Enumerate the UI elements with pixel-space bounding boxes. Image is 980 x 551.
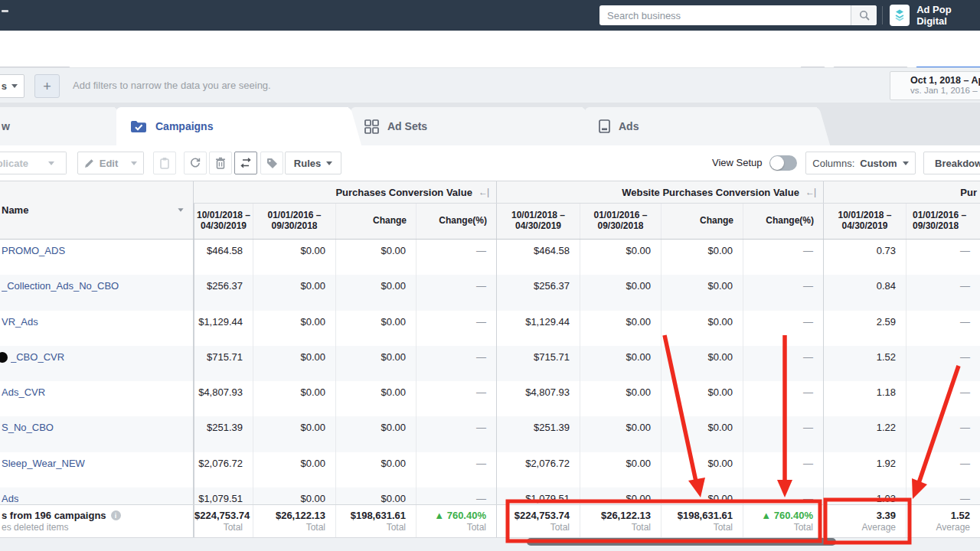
columns-dropdown[interactable]: Columns:Custom <box>805 152 916 174</box>
business-search <box>599 5 877 25</box>
add-filter-button[interactable]: + <box>34 74 60 98</box>
campaign-row[interactable]: Ads $1,079.51 $0.00 $0.00 — $1,079.51 $0… <box>0 487 980 504</box>
column-header-current-period[interactable]: 10/01/2018 –04/30/2019 <box>496 204 580 239</box>
edit-caret-button[interactable] <box>124 152 144 174</box>
edit-button[interactable]: Edit <box>77 152 125 174</box>
cell-wpcv-change-pct: — <box>743 487 823 504</box>
tab-ads-label: Ads <box>619 120 639 132</box>
total-cell: $224,753.74 Total <box>194 505 253 538</box>
date-range-compare: vs. Jan 1, 2016 – S <box>910 86 980 95</box>
breakdown-dropdown[interactable]: Breakdown <box>923 152 980 174</box>
totals-row: s from 196 campaigns es deleted items $2… <box>0 504 980 538</box>
account-switcher[interactable]: Ad Pop Digital <box>890 5 980 26</box>
cell-pcv-previous: $0.00 <box>253 311 335 346</box>
group-header-website-purchases-conversion-value[interactable]: Website Purchases Conversion Value←| <box>496 181 823 203</box>
cell-pcv-previous: $0.00 <box>253 240 335 275</box>
cell-pcv-change-pct: — <box>416 275 496 310</box>
paste-button[interactable] <box>153 152 176 174</box>
campaign-row[interactable]: VR_Ads $1,129.44 $0.00 $0.00 — $1,129.44… <box>0 311 980 346</box>
campaign-name-cell: S_No_CBO <box>0 416 194 452</box>
account-logo-icon <box>893 8 906 22</box>
revert-button[interactable] <box>184 152 207 174</box>
column-header-change[interactable]: Change <box>661 204 743 239</box>
filter-placeholder-text[interactable]: Add filters to narrow the data you are s… <box>73 80 271 91</box>
trash-icon <box>215 157 226 169</box>
filter-preset-dropdown[interactable]: s <box>0 74 24 98</box>
campaign-name-link[interactable]: Sleep_Wear_NEW <box>2 458 85 469</box>
search-input[interactable] <box>599 5 851 25</box>
cell-pcv-change-pct: — <box>416 240 496 275</box>
action-bar: 1 Campaign With Errors Updated just now … <box>0 31 980 67</box>
tab-account-overview[interactable]: w <box>0 107 115 145</box>
campaign-row[interactable]: Sleep_Wear_NEW $2,076.72 $0.00 $0.00 — $… <box>0 452 980 487</box>
campaign-name-link[interactable]: PROMO_ADS <box>2 245 65 256</box>
column-header-name[interactable]: Name <box>0 181 194 239</box>
cell-pcv-previous: $0.00 <box>253 381 335 416</box>
campaign-name-link[interactable]: VR_Ads <box>2 316 38 328</box>
cell-pcv-change-pct: — <box>416 311 496 346</box>
rules-dropdown[interactable]: Rules <box>285 152 341 174</box>
cell-roas-current: 1.03 <box>823 487 906 504</box>
view-setup-label: View Setup <box>712 157 763 168</box>
campaign-row[interactable]: _CBO_CVR $715.71 $0.00 $0.00 — $715.71 $… <box>0 346 980 381</box>
tab-ads[interactable]: Ads <box>585 107 817 145</box>
column-header-change-pct[interactable]: Change(%) <box>416 204 496 239</box>
cell-roas-previous: — <box>906 416 980 452</box>
sort-caret-icon[interactable] <box>178 208 183 212</box>
tab-ad-sets[interactable]: Ad Sets <box>351 107 583 145</box>
tag-button[interactable] <box>260 152 283 174</box>
campaign-row[interactable]: Ads_CVR $4,807.93 $0.00 $0.00 — $4,807.9… <box>0 381 980 416</box>
collapse-column-icon[interactable]: ←| <box>479 187 488 197</box>
column-header-previous-period[interactable]: 01/01/2016 –09/30/2018 <box>253 204 335 239</box>
cell-wpcv-previous: $0.00 <box>580 240 661 275</box>
cell-wpcv-previous: $0.00 <box>580 381 661 416</box>
campaign-name-link[interactable]: Ads_CVR <box>2 386 45 398</box>
search-icon <box>859 10 870 21</box>
tab-campaigns[interactable]: Campaigns <box>116 107 348 145</box>
delete-button[interactable] <box>209 152 232 174</box>
group-header-purchases-roas[interactable]: Pur <box>823 181 980 203</box>
duplicate-caret-button[interactable] <box>36 152 67 174</box>
cell-pcv-current: $1,079.51 <box>194 487 253 504</box>
search-button[interactable] <box>851 5 877 25</box>
cell-pcv-change: $0.00 <box>335 381 416 416</box>
ads-manager-screen: { "navbar": { "search_placeholder": "Sea… <box>0 0 980 551</box>
column-header-change[interactable]: Change <box>335 204 416 239</box>
cell-pcv-current: $4,807.93 <box>194 381 253 416</box>
campaign-name-link[interactable]: S_No_CBO <box>2 422 54 433</box>
info-icon[interactable] <box>111 510 121 520</box>
tab-adsets-label: Ad Sets <box>387 120 427 132</box>
column-header-current-period[interactable]: 10/01/2018 –04/30/2019 <box>823 204 906 239</box>
cell-pcv-change-pct: — <box>416 381 496 416</box>
campaign-name-link[interactable]: Ads <box>2 493 18 504</box>
column-header-change-pct[interactable]: Change(%) <box>743 204 823 239</box>
ab-test-button[interactable] <box>234 152 257 174</box>
cell-pcv-previous: $0.00 <box>253 487 335 504</box>
totals-cells: $224,753.74 Total $26,122.13 Total $198,… <box>194 505 980 538</box>
column-header-current-period[interactable]: 10/01/2018 –04/30/2019 <box>194 204 253 239</box>
campaign-row[interactable]: _Collection_Ads_No_CBO $256.37 $0.00 $0.… <box>0 275 980 310</box>
cell-wpcv-change-pct: — <box>743 381 823 416</box>
cell-roas-previous: — <box>906 346 980 381</box>
total-cell: $198,631.61 Total <box>661 505 743 538</box>
column-header-previous-period[interactable]: 01/01/2016 –09/30/2018 <box>906 204 980 239</box>
campaign-name-link[interactable]: _Collection_Ads_No_CBO <box>2 280 119 292</box>
cell-pcv-previous: $0.00 <box>253 346 335 381</box>
cell-wpcv-current: $4,807.93 <box>496 381 580 416</box>
campaign-row[interactable]: S_No_CBO $251.39 $0.00 $0.00 — $251.39 $… <box>0 416 980 452</box>
cell-wpcv-previous: $0.00 <box>580 452 661 487</box>
cell-wpcv-previous: $0.00 <box>580 311 661 346</box>
horizontal-scrollbar[interactable] <box>527 538 836 546</box>
filter-preset-label: s <box>2 80 7 92</box>
column-header-previous-period[interactable]: 01/01/2016 –09/30/2018 <box>580 204 661 239</box>
group-header-purchases-conversion-value[interactable]: Purchases Conversion Value←| <box>194 181 496 203</box>
view-setup-toggle[interactable] <box>769 155 797 171</box>
campaign-row[interactable]: PROMO_ADS $464.58 $0.00 $0.00 — $464.58 … <box>0 240 980 275</box>
campaign-name-cell: Ads_CVR <box>0 381 194 416</box>
cell-pcv-change-pct: — <box>416 416 496 452</box>
duplicate-button[interactable]: plicate <box>0 152 37 174</box>
collapse-column-icon[interactable]: ←| <box>805 187 815 197</box>
campaign-name-link[interactable]: _CBO_CVR <box>11 351 64 363</box>
date-range-picker[interactable]: Oct 1, 2018 – Ap vs. Jan 1, 2016 – S <box>890 71 980 100</box>
column-header-row: 10/01/2018 –04/30/2019 01/01/2016 –09/30… <box>194 204 980 239</box>
